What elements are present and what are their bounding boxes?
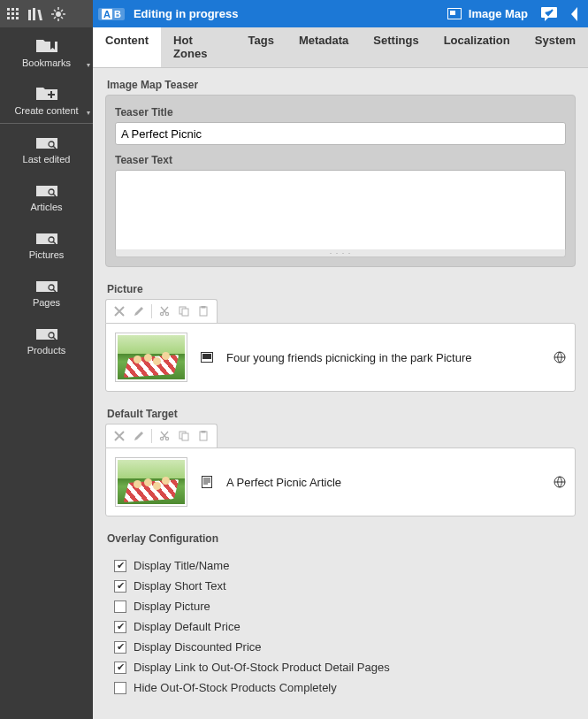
overlay-option-label: Display Default Price [134,620,241,633]
sidebar-item-label: Articles [30,202,62,212]
locate-icon[interactable] [51,7,65,21]
paste-icon[interactable] [194,427,213,445]
picture-linked-item[interactable]: Four young friends picnicking in the par… [105,323,576,392]
search-folder-icon [34,180,59,198]
sidebar-item-products[interactable]: Products [0,315,93,363]
paste-icon[interactable] [194,302,213,320]
tab-metadata[interactable]: Metadata [286,27,361,67]
svg-rect-10 [33,8,35,20]
search-folder-icon [34,324,59,341]
language-badge-icon[interactable]: AB [98,8,125,20]
overlay-option[interactable]: Display Short Text [114,576,567,596]
sidebar-item-last-edited[interactable]: Last edited [0,124,93,172]
default-target-toolbar [105,424,218,447]
sidebar-item-pages[interactable]: Pages [0,267,93,315]
copy-icon[interactable] [174,427,194,445]
search-folder-icon [34,228,59,246]
content-area: Image Map Teaser Teaser Title Teaser Tex… [93,68,588,719]
default-target-item-label: A Perfect Picnic Article [226,476,541,489]
bookmark-folder-icon [34,36,59,54]
sidebar-item-articles[interactable]: Articles [0,172,93,219]
tab-tags[interactable]: Tags [236,27,286,67]
sidebar-item-label: Pages [33,297,60,308]
library-icon[interactable] [28,8,42,20]
overlay-heading: Overlay Configuration [105,527,576,548]
article-type-icon [200,476,214,488]
teaser-title-label: Teaser Title [115,106,566,119]
sidebar-item-pictures[interactable]: Pictures [0,219,93,267]
new-doc-folder-icon [34,84,59,102]
sidebar-item-label: Create content [14,105,78,116]
search-folder-icon [34,133,59,150]
edit-icon[interactable] [129,302,149,320]
chevron-down-icon: ▾ [87,109,90,117]
checkbox-icon[interactable] [114,621,126,633]
apps-grid-icon[interactable] [7,8,19,20]
cut-icon[interactable] [155,427,174,445]
svg-rect-39 [182,433,188,440]
default-target-linked-item[interactable]: A Perfect Picnic Article [105,447,576,516]
editing-status-label: Editing in progress [134,7,238,20]
overlay-options: Display Title/NameDisplay Short TextDisp… [105,548,576,703]
overlay-option-label: Display Picture [134,600,210,613]
picture-heading: Picture [105,278,576,299]
sidebar-item-bookmarks[interactable]: Bookmarks▾ [0,27,93,75]
overlay-option[interactable]: Hide Out-Of-Stock Products Completely [114,677,567,698]
teaser-panel: Teaser Title Teaser Text · · · · [105,95,576,267]
tab-hotzones[interactable]: Hot Zones [161,27,235,67]
checkbox-icon[interactable] [114,662,126,674]
svg-rect-11 [37,10,42,20]
checkbox-icon[interactable] [114,682,126,694]
checkbox-icon[interactable] [114,560,126,572]
overlay-option-label: Display Discounted Price [134,640,262,654]
teaser-text-input[interactable] [115,170,566,255]
overlay-option-label: Display Short Text [134,579,226,593]
collapse-panel-icon[interactable] [569,7,581,21]
resize-grip-icon[interactable]: · · · · [115,249,566,257]
overlay-option[interactable]: Display Title/Name [114,555,567,576]
approve-icon[interactable] [540,6,558,22]
edit-icon[interactable] [129,427,149,445]
remove-icon[interactable] [110,427,129,445]
copy-icon[interactable] [174,302,194,320]
cut-icon[interactable] [155,302,174,320]
checkbox-icon[interactable] [114,580,126,593]
tab-system[interactable]: System [523,27,588,67]
svg-rect-5 [16,12,19,15]
tab-localization[interactable]: Localization [431,27,523,67]
svg-rect-34 [202,354,211,359]
sidebar-item-create-content[interactable]: Create content▾ [0,75,93,123]
svg-rect-9 [28,10,31,20]
section-teaser-heading: Image Map Teaser [105,73,576,95]
default-target-thumbnail [115,457,187,507]
sidebar-item-label: Last edited [23,154,71,164]
svg-rect-3 [7,12,10,15]
svg-point-12 [57,11,60,15]
overlay-option[interactable]: Display Picture [114,596,567,616]
checkbox-icon[interactable] [114,641,126,654]
svg-rect-8 [16,17,19,19]
overlay-option[interactable]: Display Default Price [114,616,567,637]
sidebar-item-label: Bookmarks [22,57,71,68]
checkbox-icon[interactable] [114,600,126,613]
remove-icon[interactable] [110,302,129,320]
teaser-title-input[interactable] [115,122,566,145]
image-map-type-icon [447,8,462,19]
overlay-option-label: Display Title/Name [134,559,229,572]
content-type-label: Image Map [469,7,528,20]
picture-toolbar [105,299,218,323]
overlay-option[interactable]: Display Discounted Price [114,637,567,657]
default-target-heading: Default Target [105,402,576,424]
svg-rect-14 [48,94,55,96]
svg-rect-26 [450,11,455,15]
layout-variant-heading: Layout Variant [105,714,576,719]
topbar: AB Editing in progress Image Map [93,0,588,27]
teaser-text-label: Teaser Text [115,154,566,166]
tab-settings[interactable]: Settings [361,27,431,67]
picture-type-icon [200,352,214,363]
svg-rect-4 [11,12,14,15]
tabs: ContentHot ZonesTagsMetadataSettingsLoca… [93,27,588,68]
tab-content[interactable]: Content [93,27,161,67]
globe-localized-icon [554,476,566,488]
overlay-option[interactable]: Display Link to Out-Of-Stock Product Det… [114,657,567,677]
